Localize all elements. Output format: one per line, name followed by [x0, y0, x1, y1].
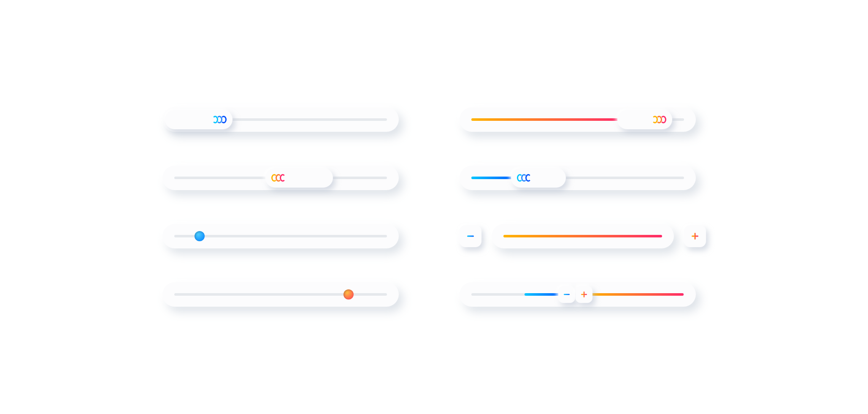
- increment-button[interactable]: [576, 286, 592, 303]
- decrement-button[interactable]: [558, 286, 575, 303]
- decrement-button[interactable]: [460, 225, 481, 247]
- chevrons-right-icon: [221, 116, 227, 123]
- svg-rect-3: [564, 294, 570, 295]
- slider-thumb[interactable]: [511, 168, 566, 188]
- chevrons-left-icon: [280, 174, 286, 182]
- slider-thumb[interactable]: [343, 289, 354, 300]
- chevrons-left-icon: [525, 174, 531, 182]
- slider-thumb[interactable]: [617, 110, 672, 129]
- slider-r1[interactable]: [460, 107, 696, 132]
- progress-fill: [471, 118, 620, 121]
- slider-thumb[interactable]: [195, 231, 205, 241]
- slider-r2[interactable]: [460, 166, 696, 190]
- svg-rect-2: [694, 233, 695, 240]
- progress-fill: [471, 177, 514, 179]
- increment-button[interactable]: [684, 225, 706, 247]
- slider-l1[interactable]: [162, 107, 399, 132]
- slider-kit: [112, 82, 757, 332]
- minus-icon: [466, 232, 475, 241]
- slider-l4[interactable]: [162, 282, 399, 307]
- slider-r4[interactable]: [460, 282, 696, 307]
- minus-icon: [563, 291, 571, 298]
- progress-fill-right: [588, 293, 684, 296]
- slider-l2[interactable]: [162, 166, 399, 190]
- svg-rect-5: [583, 291, 584, 297]
- slider-r3[interactable]: [492, 224, 674, 248]
- slider-l3[interactable]: [162, 224, 399, 248]
- progress-fill: [503, 235, 662, 237]
- chevrons-right-icon: [660, 116, 666, 123]
- plus-icon: [580, 291, 588, 298]
- svg-rect-0: [467, 236, 474, 237]
- progress-fill-left: [525, 293, 561, 296]
- slider-thumb[interactable]: [165, 110, 233, 129]
- plus-icon: [690, 232, 700, 241]
- slider-thumb[interactable]: [265, 168, 333, 188]
